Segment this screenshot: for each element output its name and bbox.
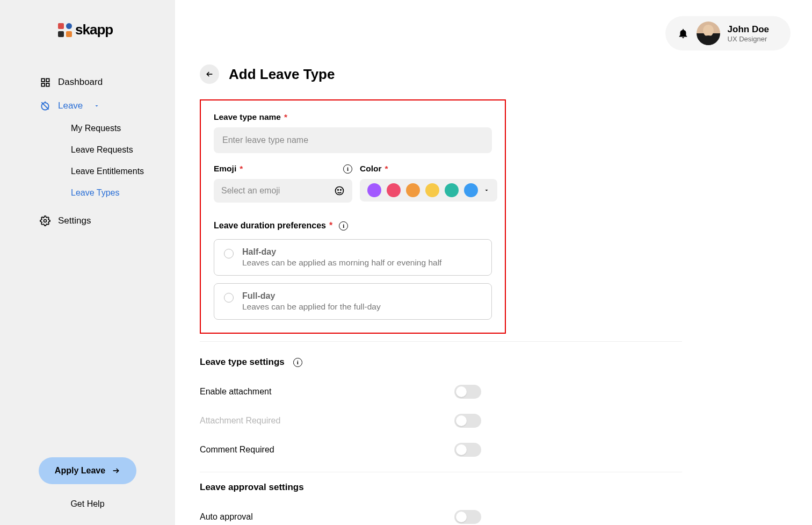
nav-leave[interactable]: Leave <box>40 94 175 118</box>
duration-full-day[interactable]: Full-day Leaves can be applied for the f… <box>214 283 492 320</box>
color-option[interactable] <box>425 183 439 197</box>
user-info: John Doe UX Designer <box>728 24 769 43</box>
divider <box>200 341 682 342</box>
option-desc: Leaves can be applied as morning half or… <box>242 258 441 268</box>
emoji-placeholder: Select an emoji <box>221 186 280 196</box>
nav-label: Dashboard <box>58 77 103 88</box>
emoji-label: Emoji * i <box>214 164 352 174</box>
svg-rect-3 <box>46 83 49 87</box>
approval-heading: Leave approval settings <box>200 482 481 493</box>
toggle-comment-required: Comment Required <box>200 437 481 466</box>
required-marker: * <box>385 164 388 174</box>
highlighted-form-area: Leave type name * Emoji * i Select an em… <box>200 99 506 334</box>
radio-icon <box>224 293 234 303</box>
svg-point-10 <box>336 187 344 195</box>
brand-name: skapp <box>75 21 113 38</box>
nav-leave-requests[interactable]: Leave Requests <box>71 139 175 161</box>
user-name: John Doe <box>728 24 769 35</box>
info-icon[interactable]: i <box>339 221 348 231</box>
name-label: Leave type name * <box>214 112 492 122</box>
emoji-selector[interactable]: Select an emoji <box>214 179 352 203</box>
radio-icon <box>224 249 234 258</box>
apply-leave-label: Apply Leave <box>55 466 105 476</box>
smiley-icon <box>334 185 345 196</box>
type-settings-heading: Leave type settings i <box>200 357 481 368</box>
toggle-label: Auto approval <box>200 512 253 522</box>
color-option[interactable] <box>445 183 459 197</box>
toggle-label: Enable attachment <box>200 387 271 397</box>
toggle-attachment-required: Attachment Required <box>200 408 481 437</box>
toggle-switch[interactable] <box>454 443 481 457</box>
toggle-label: Comment Required <box>200 445 274 455</box>
leave-icon <box>40 100 50 111</box>
color-option[interactable] <box>367 183 381 197</box>
form-section: Leave type name * Emoji * i Select an em… <box>175 99 812 334</box>
required-marker: * <box>329 221 332 231</box>
nav: Dashboard Leave My Requests Leave Reques… <box>0 70 175 457</box>
nav-leave-types[interactable]: Leave Types <box>71 182 175 204</box>
toggle-switch[interactable] <box>454 510 481 524</box>
required-marker: * <box>284 112 287 122</box>
back-button[interactable] <box>200 64 219 84</box>
dashboard-icon <box>40 77 50 88</box>
page-header: Add Leave Type <box>175 51 812 100</box>
duration-label: Leave duration preferences * i <box>214 221 492 231</box>
chevron-down-icon <box>93 103 100 109</box>
main: John Doe UX Designer Add Leave Type Leav… <box>175 0 812 525</box>
toggle-label: Attachment Required <box>200 416 280 426</box>
nav-entitlements[interactable]: Leave Entitlements <box>71 161 175 182</box>
required-marker: * <box>240 164 243 174</box>
svg-point-12 <box>340 190 342 191</box>
info-icon[interactable]: i <box>343 164 352 174</box>
color-option[interactable] <box>464 183 478 197</box>
toggle-enable-attachment: Enable attachment <box>200 379 481 408</box>
color-label: Color * <box>360 164 497 174</box>
gear-icon <box>40 215 50 226</box>
leave-type-name-input[interactable] <box>214 127 492 153</box>
logo: skapp <box>0 21 175 38</box>
svg-rect-2 <box>41 83 45 87</box>
nav-leave-sub: My Requests Leave Requests Leave Entitle… <box>40 118 175 204</box>
nav-settings[interactable]: Settings <box>40 209 175 233</box>
color-option[interactable] <box>406 183 420 197</box>
toggle-auto-approval: Auto approval <box>200 505 481 525</box>
svg-rect-0 <box>41 78 45 82</box>
arrow-right-icon <box>112 466 120 475</box>
option-title: Full-day <box>242 291 381 301</box>
logo-mark-icon <box>58 23 72 37</box>
toggle-switch[interactable] <box>454 385 481 399</box>
type-settings: Leave type settings i Enable attachment … <box>175 357 506 466</box>
svg-rect-1 <box>46 78 49 82</box>
info-icon[interactable]: i <box>293 358 302 367</box>
approval-settings: Leave approval settings Auto approval <box>175 482 506 525</box>
bell-icon[interactable] <box>677 27 689 39</box>
option-desc: Leaves can be applied for the full-day <box>242 302 381 312</box>
option-title: Half-day <box>242 247 441 257</box>
user-chip[interactable]: John Doe UX Designer <box>665 16 791 51</box>
apply-leave-button[interactable]: Apply Leave <box>39 457 136 484</box>
user-role: UX Designer <box>728 35 769 43</box>
sidebar: skapp Dashboard Leave My Requests Leave … <box>0 0 175 525</box>
duration-half-day[interactable]: Half-day Leaves can be applied as mornin… <box>214 239 492 276</box>
sidebar-bottom: Apply Leave Get Help <box>0 457 175 509</box>
nav-label: Leave <box>58 100 83 111</box>
arrow-left-icon <box>205 70 214 78</box>
topbar: John Doe UX Designer <box>175 0 812 51</box>
nav-my-requests[interactable]: My Requests <box>71 118 175 139</box>
color-picker[interactable] <box>360 179 497 202</box>
nav-dashboard[interactable]: Dashboard <box>40 70 175 94</box>
avatar <box>697 21 720 45</box>
get-help-link[interactable]: Get Help <box>39 499 136 509</box>
nav-label: Settings <box>58 215 91 226</box>
svg-point-7 <box>44 220 47 222</box>
color-option[interactable] <box>387 183 401 197</box>
svg-point-11 <box>338 190 339 191</box>
divider <box>200 472 682 472</box>
caret-down-icon[interactable] <box>483 187 490 193</box>
toggle-switch[interactable] <box>454 414 481 428</box>
page-title: Add Leave Type <box>229 66 335 83</box>
